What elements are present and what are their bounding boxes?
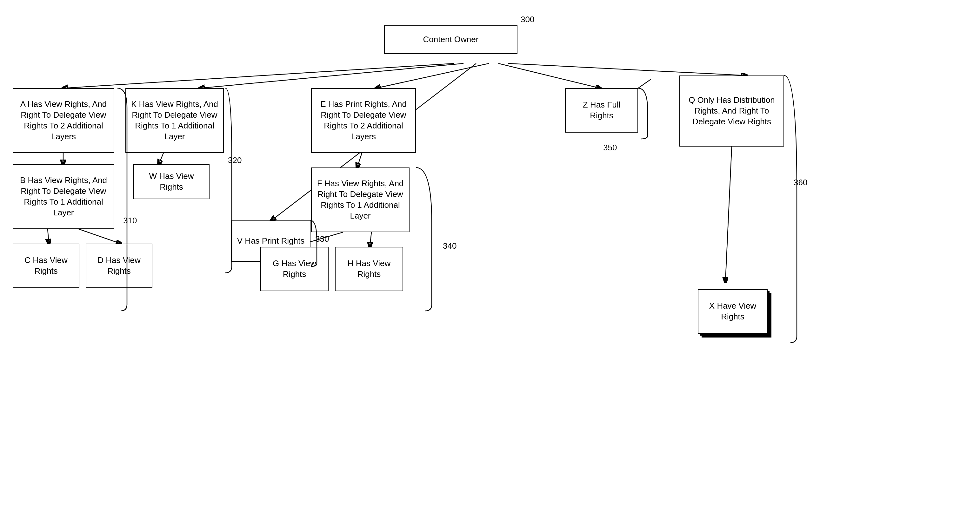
figure-number: 300 xyxy=(521,14,534,24)
svg-line-14 xyxy=(638,79,651,88)
node-B: B Has View Rights, And Right To Delegate… xyxy=(13,164,114,229)
node-H: H Has View Rights xyxy=(335,247,403,291)
node-D: D Has View Rights xyxy=(86,244,153,288)
diagram: 300 Content Owner A Has View Rights, And… xyxy=(0,0,980,505)
node-G: G Has View Rights xyxy=(260,247,329,291)
svg-line-1 xyxy=(200,64,463,88)
svg-line-0 xyxy=(63,64,454,88)
svg-line-10 xyxy=(357,153,362,167)
svg-line-5 xyxy=(508,64,746,76)
svg-line-9 xyxy=(159,153,164,164)
group-label-350: 350 xyxy=(603,143,617,152)
node-E: E Has Print Rights, And Right To Delegat… xyxy=(311,88,416,153)
node-C: C Has View Rights xyxy=(13,244,80,288)
node-X: X Have View Rights xyxy=(698,289,768,334)
svg-line-4 xyxy=(498,64,600,88)
svg-line-3 xyxy=(376,64,489,88)
node-content-owner: Content Owner xyxy=(384,25,517,54)
node-K: K Has View Rights, And Right To Delegate… xyxy=(126,88,224,153)
node-Q: Q Only Has Distribution Rights, And Righ… xyxy=(679,76,784,146)
svg-line-7 xyxy=(48,229,49,244)
node-F: F Has View Rights, And Right To Delegate… xyxy=(311,167,409,232)
svg-line-8 xyxy=(79,229,121,244)
node-A: A Has View Rights, And Right To Delegate… xyxy=(13,88,114,153)
node-Z: Z Has Full Rights xyxy=(565,88,638,133)
node-W: W Has View Rights xyxy=(133,164,210,199)
group-label-330: 330 xyxy=(315,234,329,244)
group-label-360: 360 xyxy=(794,178,807,187)
group-label-320: 320 xyxy=(228,156,242,165)
group-label-310: 310 xyxy=(123,216,137,226)
svg-line-13 xyxy=(725,146,732,282)
svg-line-12 xyxy=(370,232,371,247)
group-label-340: 340 xyxy=(443,241,457,251)
